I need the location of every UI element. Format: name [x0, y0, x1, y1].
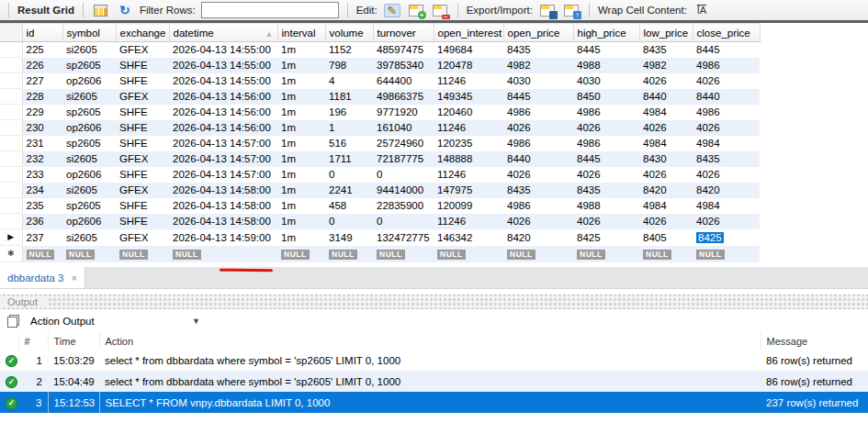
- grid-cell[interactable]: 2026-04-13 14:58:00: [169, 214, 277, 229]
- grid-cell[interactable]: 235: [22, 198, 62, 214]
- grid-cell[interactable]: si2605: [62, 183, 116, 198]
- grid-cell[interactable]: op2606: [62, 120, 116, 136]
- grid-cell[interactable]: 1m: [277, 105, 325, 120]
- grid-cell[interactable]: 4026: [639, 167, 693, 183]
- grid-cell[interactable]: 39785340: [373, 58, 434, 73]
- grid-cell[interactable]: 120235: [434, 136, 503, 151]
- grid-cell[interactable]: 4026: [573, 120, 639, 136]
- grid-cell[interactable]: 2026-04-13 14:55:00: [169, 73, 277, 89]
- grid-cell[interactable]: 2026-04-13 14:55:00: [169, 42, 277, 58]
- grid-cell[interactable]: 22835900: [373, 198, 434, 214]
- edit-record-button[interactable]: ✎: [383, 2, 401, 18]
- grid-cell[interactable]: si2605: [62, 151, 116, 167]
- grid-cell[interactable]: si2605: [62, 89, 116, 105]
- grid-cell[interactable]: 9771920: [373, 105, 434, 120]
- grid-cell-null[interactable]: NULL: [62, 246, 116, 262]
- grid-cell[interactable]: 4026: [693, 120, 760, 136]
- grid-cell[interactable]: 1: [325, 120, 373, 136]
- grid-cell[interactable]: 2026-04-13 14:59:00: [169, 229, 277, 246]
- grid-cell[interactable]: 149684: [434, 42, 503, 58]
- grid-cell[interactable]: 2026-04-13 14:58:00: [169, 198, 277, 214]
- grid-cell[interactable]: sp2605: [62, 136, 116, 151]
- grid-cell[interactable]: 8445: [693, 42, 760, 58]
- grid-cell[interactable]: 4026: [693, 167, 760, 183]
- row-selector[interactable]: ▶: [0, 229, 22, 246]
- row-selector[interactable]: [0, 42, 22, 58]
- grid-cell[interactable]: 1m: [277, 120, 325, 136]
- row-selector[interactable]: [0, 105, 22, 120]
- column-header-high_price[interactable]: high_price: [573, 24, 639, 42]
- grid-cell[interactable]: 2026-04-13 14:55:00: [169, 58, 277, 73]
- grid-cell[interactable]: si2605: [62, 229, 116, 246]
- grid-cell[interactable]: 120478: [434, 58, 503, 73]
- new-row-selector[interactable]: ✱: [0, 246, 22, 262]
- grid-cell[interactable]: 148888: [434, 151, 503, 167]
- grid-cell[interactable]: 2026-04-13 14:57:00: [169, 136, 277, 151]
- grid-cell[interactable]: 1152: [325, 42, 373, 58]
- grid-cell[interactable]: 8435: [503, 183, 573, 198]
- grid-cell[interactable]: 8425: [693, 229, 760, 246]
- column-header-interval[interactable]: interval: [277, 24, 325, 42]
- grid-cell[interactable]: 8445: [573, 42, 639, 58]
- grid-cell[interactable]: 233: [22, 167, 62, 183]
- grid-cell[interactable]: 1711: [325, 151, 373, 167]
- grid-cell[interactable]: 149345: [434, 89, 503, 105]
- grid-cell[interactable]: 147975: [434, 183, 503, 198]
- grid-cell[interactable]: 2241: [325, 183, 373, 198]
- grid-cell[interactable]: 4026: [503, 167, 573, 183]
- grid-cell-null[interactable]: NULL: [639, 246, 693, 262]
- grid-cell[interactable]: 120099: [434, 198, 503, 214]
- refresh-button[interactable]: ↻: [116, 2, 134, 18]
- grid-cell[interactable]: 25724960: [373, 136, 434, 151]
- grid-cell[interactable]: 1m: [277, 89, 325, 105]
- column-header-datetime[interactable]: datetime▲: [169, 24, 277, 42]
- grid-cell[interactable]: 0: [325, 214, 373, 229]
- grid-cell[interactable]: 232: [22, 151, 62, 167]
- grid-cell[interactable]: 798: [325, 58, 373, 73]
- grid-cell[interactable]: 226: [22, 58, 62, 73]
- grid-cell-null[interactable]: NULL: [373, 246, 434, 262]
- grid-cell[interactable]: 4986: [503, 136, 573, 151]
- grid-cell[interactable]: SHFE: [116, 120, 169, 136]
- grid-cell[interactable]: 11246: [434, 73, 503, 89]
- grid-cell[interactable]: 1m: [277, 136, 325, 151]
- grid-cell[interactable]: 2026-04-13 14:56:00: [169, 89, 277, 105]
- grid-cell[interactable]: 8425: [573, 229, 639, 246]
- grid-cell[interactable]: 4988: [573, 58, 639, 73]
- grid-cell[interactable]: 227: [22, 73, 62, 89]
- grid-cell[interactable]: op2606: [62, 73, 116, 89]
- grid-cell[interactable]: 120460: [434, 105, 503, 120]
- grid-cell[interactable]: SHFE: [116, 136, 169, 151]
- column-header-exchange[interactable]: exchange: [116, 24, 169, 42]
- grid-cell[interactable]: 72187775: [373, 151, 434, 167]
- output-row[interactable]: ✓115:03:29select * from dbbardata where …: [0, 350, 868, 371]
- grid-cell[interactable]: SHFE: [116, 167, 169, 183]
- grid-cell[interactable]: 4986: [573, 136, 639, 151]
- filter-rows-input[interactable]: [201, 2, 339, 18]
- grid-cell[interactable]: 2026-04-13 14:56:00: [169, 120, 277, 136]
- grid-cell-null[interactable]: NULL: [22, 246, 62, 262]
- grid-cell[interactable]: 8440: [503, 151, 573, 167]
- grid-cell[interactable]: 1m: [277, 58, 325, 73]
- grid-cell[interactable]: 4026: [573, 214, 639, 229]
- row-selector[interactable]: [0, 198, 22, 214]
- grid-cell[interactable]: 234: [22, 183, 62, 198]
- output-row[interactable]: ✓315:12:53SELECT * FROM vnpy.dbbardata L…: [0, 392, 868, 413]
- grid-cell[interactable]: 8435: [573, 183, 639, 198]
- grid-cell[interactable]: 8440: [639, 89, 693, 105]
- grid-cell[interactable]: 228: [22, 89, 62, 105]
- grid-cell[interactable]: 1m: [277, 167, 325, 183]
- grid-cell[interactable]: 132472775: [373, 229, 434, 246]
- grid-cell[interactable]: 48597475: [373, 42, 434, 58]
- grid-cell[interactable]: 458: [325, 198, 373, 214]
- output-type-select[interactable]: Action Output ▼: [30, 316, 200, 327]
- selected-cell[interactable]: 8425: [696, 232, 724, 243]
- grid-cell[interactable]: 1m: [277, 214, 325, 229]
- row-selector[interactable]: [0, 183, 22, 198]
- grid-cell[interactable]: 1181: [325, 89, 373, 105]
- grid-cell[interactable]: 8405: [639, 229, 693, 246]
- grid-cell[interactable]: 8420: [639, 183, 693, 198]
- grid-cell[interactable]: 236: [22, 214, 62, 229]
- grid-cell[interactable]: SHFE: [116, 198, 169, 214]
- grid-cell[interactable]: 8445: [503, 89, 573, 105]
